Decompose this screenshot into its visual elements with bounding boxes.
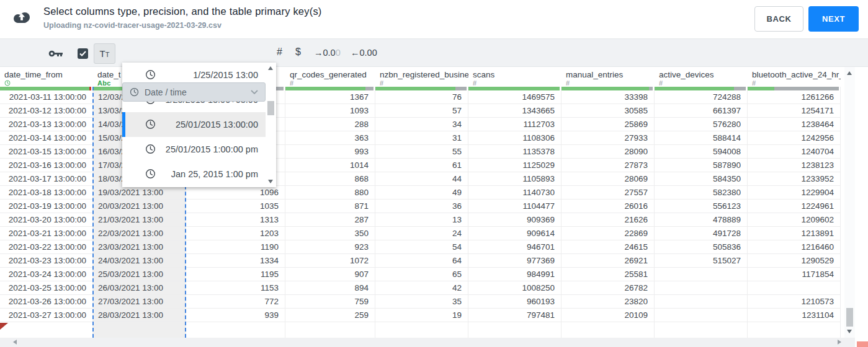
table-cell: 2021-03-13 13:00:00: [0, 118, 92, 131]
page-subtitle: Uploading nz-covid-tracer-usage-2021-03-…: [43, 21, 221, 30]
table-cell: 939: [186, 309, 285, 322]
table-cell: 1209602: [748, 213, 840, 227]
clock-icon: [145, 119, 156, 132]
table-cell: 1238464: [748, 118, 840, 131]
table-cell: 923: [285, 240, 375, 254]
column-header[interactable]: scans #: [468, 67, 562, 87]
column-header[interactable]: nzbn_registered_busine #: [375, 67, 468, 87]
primary-key-icon[interactable]: [48, 50, 64, 61]
table-cell: 24615: [562, 240, 654, 254]
table-cell: 350: [285, 227, 375, 240]
table-cell: 880: [285, 186, 375, 200]
cloud-upload-icon: [12, 9, 32, 28]
table-cell: 1231104: [748, 309, 840, 322]
table-cell: 28090: [562, 145, 654, 159]
table-cell: [655, 281, 747, 295]
dropdown-scrollbar[interactable]: [266, 63, 276, 187]
dropdown-scroll-down-icon[interactable]: [268, 180, 273, 183]
column-type-select[interactable]: Date / time: [122, 82, 266, 102]
column-type-label: #: [752, 79, 756, 87]
table-cell: 1203: [186, 227, 285, 240]
table-cell: 1233952: [748, 172, 840, 186]
table-cell: 1343665: [468, 104, 561, 118]
column-header[interactable]: date_time_from: [0, 67, 93, 87]
text-type-button[interactable]: Tt: [94, 43, 115, 64]
table-cell: 556123: [655, 200, 747, 213]
table-cell: 2021-03-26 13:00:00: [0, 295, 92, 309]
table-cell: 2021-03-14 13:00:00: [0, 131, 92, 145]
column-name: bluetooth_active_24_hr_: [748, 67, 841, 79]
column-name: active_devices: [655, 67, 748, 79]
scroll-down-arrow-icon[interactable]: [847, 330, 852, 333]
table-cell: 2021-03-18 13:00:00: [0, 186, 92, 200]
next-button[interactable]: NEXT: [808, 6, 859, 32]
table-cell: 1008250: [468, 281, 561, 295]
scroll-right-arrow-icon[interactable]: [838, 340, 841, 345]
table-cell: 30585: [562, 104, 654, 118]
column-type-indicator: [0, 80, 93, 87]
table-cell: 1367: [285, 90, 375, 104]
table-cell: 24: [375, 227, 468, 240]
table-cell: 1261266: [748, 90, 840, 104]
column-header[interactable]: qr_codes_generated #: [285, 67, 375, 87]
table-cell: 1254171: [748, 104, 840, 118]
table-cell: 1334: [186, 254, 285, 268]
currency-type-button[interactable]: $: [295, 46, 301, 58]
vertical-scrollbar-thumb[interactable]: [846, 308, 853, 327]
table-cell: 25581: [562, 268, 654, 281]
column-name: date_time_from: [0, 67, 93, 79]
dropdown-scrollbar-thumb[interactable]: [267, 101, 274, 115]
check-icon: [79, 51, 86, 56]
table-cell: 36: [375, 200, 468, 213]
table-cell: 1190: [186, 240, 285, 254]
scroll-left-arrow-icon[interactable]: [13, 340, 17, 345]
date-format-option[interactable]: Jan 25, 2015 1:00 pm: [122, 162, 266, 187]
table-cell: 1135378: [468, 145, 561, 159]
precision-dark-text: →0.0: [314, 48, 336, 58]
date-format-option-label: 25/01/2015 13:00:00: [176, 120, 258, 130]
dropdown-scroll-up-icon[interactable]: [268, 66, 273, 70]
back-button[interactable]: BACK: [754, 6, 803, 32]
table-cell: 2021-03-21 13:00:00: [0, 227, 92, 240]
decrease-precision-button[interactable]: ←0.00: [351, 48, 377, 58]
table-cell: 44: [375, 172, 468, 186]
table-cell: 22869: [562, 227, 654, 240]
table-cell: 2021-03-12 13:00:00: [0, 104, 92, 118]
column-header[interactable]: manual_entries #: [562, 67, 655, 87]
table-cell: 1238123: [748, 159, 840, 172]
table-cell: 26921: [562, 254, 654, 268]
date-format-option[interactable]: 25/01/2015 13:00:00: [122, 112, 266, 137]
horizontal-scrollbar[interactable]: [0, 338, 855, 347]
include-column-checkbox[interactable]: [78, 48, 88, 59]
table-cell: 1313: [186, 213, 285, 227]
number-type-button[interactable]: #: [277, 46, 282, 58]
column-type-indicator: #: [375, 80, 468, 87]
column-header[interactable]: active_devices #: [655, 67, 748, 87]
table-cell: 1014: [285, 159, 375, 172]
table-cell: 2021-03-27 13:00:00: [0, 309, 92, 322]
table-cell: 19/03/2021 13:00: [94, 186, 185, 200]
date-format-option[interactable]: 25/01/2015 1:00:00 pm: [122, 137, 266, 162]
table-cell: 584350: [655, 172, 747, 186]
quality-bar-segment-green: [748, 87, 774, 90]
scroll-corner-indicator: [857, 341, 868, 347]
table-cell: 1171854: [748, 268, 840, 281]
column-body: 7657343155614449361324546465423519: [375, 87, 468, 338]
column-type-label: #: [380, 79, 383, 87]
scroll-up-arrow-icon[interactable]: [847, 71, 852, 75]
table-cell: 478889: [655, 213, 747, 227]
column-type-indicator: #: [285, 80, 375, 87]
vertical-scrollbar[interactable]: [844, 67, 855, 338]
page-title: Select columns type, precision, and the …: [43, 6, 322, 17]
table-cell: 907: [285, 268, 375, 281]
table-cell: 19: [375, 309, 468, 322]
column-name: manual_entries: [562, 67, 655, 79]
table-cell: 2021-03-23 13:00:00: [0, 254, 92, 268]
table-cell: 2021-03-11 13:00:00: [0, 90, 92, 104]
column-header[interactable]: bluetooth_active_24_hr_ #: [748, 67, 841, 87]
table-cell: 894: [285, 281, 375, 295]
column-type-clock-icon: [4, 80, 11, 87]
clock-icon: [145, 169, 156, 182]
table-cell: 1216460: [748, 240, 840, 254]
increase-precision-button[interactable]: →0.00: [314, 48, 341, 58]
